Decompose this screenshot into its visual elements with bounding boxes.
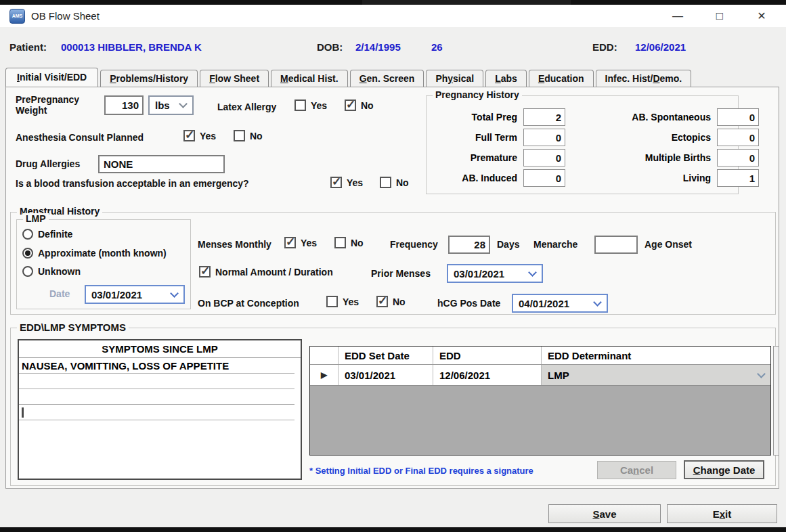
minimize-icon[interactable]: — <box>657 10 699 22</box>
top-border <box>0 0 786 5</box>
tab-medical-hist[interactable]: Medical Hist. <box>271 70 348 87</box>
symptom-row-active[interactable] <box>19 405 294 420</box>
menarche-label: Menarche <box>533 239 577 250</box>
title-bar: AMS OB Flow Sheet — □ ✕ <box>0 5 786 27</box>
prepregnancy-weight-input[interactable]: 130 <box>104 95 144 115</box>
exit-button[interactable]: Exit <box>667 504 777 523</box>
transfusion-yes-checkbox[interactable] <box>330 177 342 188</box>
symptom-row[interactable] <box>19 389 294 405</box>
tab-physical[interactable]: Physical <box>426 70 483 87</box>
edd-grid-row[interactable]: ▶ 03/01/2021 12/06/2021 LMP <box>310 365 770 386</box>
edd-grid-scrollbar[interactable] <box>773 346 779 456</box>
latex-allergy-no-checkbox[interactable] <box>345 99 356 111</box>
edd-grid-header: EDD Set Date EDD EDD Determinant <box>310 347 770 365</box>
lmp-date-select[interactable]: 03/01/2021 <box>85 285 185 304</box>
maximize-icon[interactable]: □ <box>699 9 741 23</box>
anesthesia-yes-checkbox[interactable] <box>183 130 195 141</box>
tab-problems-history[interactable]: Problems/History <box>100 70 198 87</box>
drug-allergies-input[interactable]: NONE <box>98 155 225 173</box>
lmp-definite-option[interactable]: Definite <box>22 229 72 240</box>
symptoms-header: SYMPTOMS SINCE LMP <box>19 340 301 358</box>
hcg-pos-date-label: hCG Pos Date <box>437 298 500 309</box>
tab-infec-hist-demo[interactable]: Infec. Hist/Demo. <box>596 70 692 87</box>
cancel-button[interactable]: Cancel <box>597 461 676 479</box>
prior-menses-select[interactable]: 03/01/2021 <box>447 264 543 283</box>
app-logo-icon: AMS <box>9 9 25 24</box>
dob-label: DOB: <box>317 41 343 53</box>
ab-spontaneous-input[interactable]: 0 <box>717 108 759 126</box>
frequency-input[interactable]: 28 <box>448 236 490 254</box>
latex-allergy-no-field: No <box>345 99 374 111</box>
age-value: 26 <box>431 41 443 53</box>
prepregnancy-weight-label: PrePregnancy Weight <box>16 94 79 116</box>
patient-value: 000013 HIBBLER, BRENDA K <box>61 41 202 53</box>
edd-label: EDD: <box>592 41 617 53</box>
patient-label: Patient: <box>9 41 47 53</box>
anesthesia-consult-label: Anesthesia Consult Planned <box>16 132 144 143</box>
row-selector-cell: ▶ <box>310 365 339 385</box>
selector-column-header <box>310 347 339 364</box>
full-term-input[interactable]: 0 <box>523 129 565 146</box>
lmp-unknown-radio[interactable] <box>22 266 33 277</box>
total-preg-input[interactable]: 2 <box>523 108 565 126</box>
drug-allergies-label: Drug Allergies <box>16 158 80 169</box>
dob-value: 2/14/1995 <box>355 41 401 53</box>
days-label: Days <box>497 239 519 250</box>
edd-lmp-symptoms-legend: EDD\LMP SYMPTOMS <box>17 322 129 333</box>
anesthesia-no-field: No <box>234 130 263 141</box>
menses-monthly-no-checkbox[interactable] <box>334 237 346 248</box>
frequency-label: Frequency <box>390 239 438 250</box>
ab-induced-label: AB. Induced <box>432 173 517 183</box>
symptoms-table[interactable]: SYMPTOMS SINCE LMP NAUSEA, VOMITTING, LO… <box>18 339 302 480</box>
latex-allergy-yes-field: Yes <box>294 99 327 111</box>
hcg-pos-date-select[interactable]: 04/01/2021 <box>512 294 608 313</box>
tab-strip: Initial Visit/EDD Problems/History Flow … <box>5 68 693 87</box>
edd-cell[interactable]: 12/06/2021 <box>433 365 542 385</box>
lmp-approximate-radio[interactable] <box>22 248 33 259</box>
ectopics-input[interactable]: 0 <box>717 129 759 146</box>
tab-labs[interactable]: Labs <box>485 70 527 87</box>
premature-label: Premature <box>432 152 517 163</box>
living-input[interactable]: 1 <box>717 169 759 187</box>
total-preg-label: Total Preg <box>432 112 517 123</box>
chevron-down-icon <box>593 298 602 307</box>
ectopics-label: Ectopics <box>571 132 711 143</box>
bcp-yes-field: Yes <box>326 296 359 307</box>
edd-data-grid[interactable]: EDD Set Date EDD EDD Determinant ▶ 03/01… <box>309 346 771 456</box>
save-button[interactable]: Save <box>548 504 661 523</box>
premature-input[interactable]: 0 <box>523 149 565 167</box>
multiple-births-input[interactable]: 0 <box>717 149 759 167</box>
multiple-births-label: Multiple Births <box>571 152 711 163</box>
pregnancy-history-group: Pregnancy History Total Preg 2 AB. Spont… <box>426 95 739 194</box>
ab-induced-input[interactable]: 0 <box>523 169 565 187</box>
tab-education[interactable]: Education <box>529 70 594 87</box>
weight-unit-select[interactable]: lbs <box>148 95 194 115</box>
anesthesia-no-checkbox[interactable] <box>234 130 245 141</box>
lmp-group: LMP Definite Approximate (month known) U… <box>16 219 191 309</box>
window-controls: — □ ✕ <box>657 9 786 23</box>
lmp-unknown-option[interactable]: Unknown <box>22 266 81 277</box>
bcp-label: On BCP at Conception <box>198 298 299 309</box>
lmp-date-label: Date <box>49 288 70 299</box>
close-icon[interactable]: ✕ <box>741 9 783 22</box>
bcp-yes-checkbox[interactable] <box>326 296 338 307</box>
symptom-row[interactable]: NAUSEA, VOMITTING, LOSS OF APPETITE <box>19 358 294 374</box>
menses-monthly-yes-checkbox[interactable] <box>284 237 296 248</box>
row-selector-icon: ▶ <box>321 370 327 380</box>
tab-flow-sheet[interactable]: Flow Sheet <box>200 70 269 87</box>
tab-initial-visit-edd[interactable]: Initial Visit/EDD <box>5 68 98 87</box>
patient-info-bar: Patient: 000013 HIBBLER, BRENDA K DOB: 2… <box>0 27 786 66</box>
normal-amount-checkbox[interactable] <box>199 266 211 278</box>
latex-allergy-yes-checkbox[interactable] <box>294 99 306 111</box>
bcp-no-checkbox[interactable] <box>376 296 388 307</box>
transfusion-no-checkbox[interactable] <box>380 177 391 188</box>
edd-set-date-cell[interactable]: 03/01/2021 <box>339 365 433 385</box>
chevron-down-icon <box>528 268 537 277</box>
symptom-row[interactable] <box>19 374 294 389</box>
lmp-definite-radio[interactable] <box>22 229 33 240</box>
edd-determinant-select[interactable]: LMP <box>542 365 770 385</box>
menarche-input[interactable] <box>594 236 638 254</box>
change-date-button[interactable]: Change Date <box>684 460 764 479</box>
tab-gen-screen[interactable]: Gen. Screen <box>350 70 424 87</box>
lmp-approximate-option[interactable]: Approximate (month known) <box>22 248 167 259</box>
